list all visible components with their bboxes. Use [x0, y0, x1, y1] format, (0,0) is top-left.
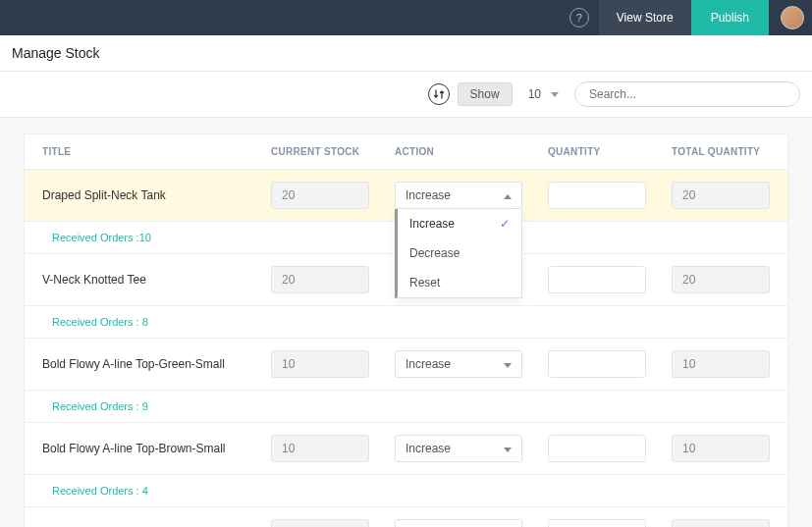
action-cell: Increase	[395, 519, 522, 527]
action-select-value: Increase	[406, 442, 451, 455]
page-title: Manage Stock	[12, 45, 800, 61]
col-action: ACTION	[395, 146, 522, 157]
current-stock-value: 10	[271, 519, 369, 527]
received-orders-row: Received Orders : 4	[25, 475, 787, 507]
chevron-down-icon	[504, 359, 512, 370]
total-quantity-value: 20	[672, 266, 770, 293]
action-option[interactable]: Decrease	[398, 238, 521, 268]
toolbar: Show 10	[0, 72, 812, 118]
action-option[interactable]: Reset	[398, 268, 521, 297]
chevron-down-icon	[551, 92, 559, 97]
received-orders-row: Received Orders : 9	[25, 391, 787, 423]
topbar: ? View Store Publish	[0, 0, 812, 35]
received-orders-row: Received Orders : 8	[25, 306, 787, 339]
table-row[interactable]: Bold Flowy A-line Top-Green-Small10Incre…	[25, 339, 787, 391]
received-orders-label: Received Orders : 4	[42, 485, 770, 497]
page-size-value: 10	[528, 87, 541, 101]
col-quantity: QUANTITY	[548, 146, 646, 157]
quantity-input[interactable]	[548, 182, 646, 209]
page-title-bar: Manage Stock	[0, 35, 812, 72]
row-title: Bold Flowy A-line Top-Green-Small	[42, 357, 245, 371]
row-title: V-Neck Knotted Tee	[42, 273, 245, 287]
chevron-up-icon	[504, 190, 512, 201]
quantity-input[interactable]	[548, 435, 646, 462]
action-select-value: Increase	[406, 188, 451, 202]
col-current-stock: CURRENT STOCK	[271, 146, 369, 157]
sort-icon[interactable]	[428, 83, 450, 105]
total-quantity-value: 20	[672, 182, 770, 209]
action-select-value: Increase	[406, 357, 451, 371]
table-row[interactable]: Bold Flowy A-line Top-Brown-Small10Incre…	[25, 423, 787, 475]
action-select[interactable]: Increase	[395, 519, 522, 527]
stock-table: TITLE CURRENT STOCK ACTION QUANTITY TOTA…	[24, 133, 788, 527]
current-stock-value: 10	[271, 350, 369, 378]
row-title: Draped Split-Neck Tank	[42, 188, 245, 202]
action-select[interactable]: Increase	[395, 182, 522, 209]
total-quantity-value: 10	[672, 519, 770, 527]
search-input[interactable]	[574, 81, 800, 107]
total-quantity-value: 10	[672, 350, 770, 378]
action-select[interactable]: Increase	[395, 435, 522, 462]
current-stock-value: 20	[271, 182, 369, 209]
search	[574, 81, 800, 107]
action-option-label: Reset	[409, 276, 440, 290]
table-header: TITLE CURRENT STOCK ACTION QUANTITY TOTA…	[25, 134, 787, 170]
quantity-input[interactable]	[548, 519, 646, 527]
action-cell: IncreaseIncrease✓DecreaseReset	[395, 182, 522, 209]
view-store-button[interactable]: View Store	[599, 0, 691, 35]
received-orders-label: Received Orders : 8	[42, 316, 770, 328]
page-size-select[interactable]: 10	[520, 83, 567, 105]
table-row[interactable]: Draped Split-Neck Tank20IncreaseIncrease…	[25, 170, 787, 222]
col-title: TITLE	[42, 146, 245, 157]
show-button[interactable]: Show	[458, 82, 513, 106]
action-dropdown: Increase✓DecreaseReset	[395, 209, 522, 298]
total-quantity-value: 10	[672, 435, 770, 462]
action-cell: Increase	[395, 350, 522, 378]
col-total-quantity: TOTAL QUANTITY	[672, 146, 770, 157]
received-orders-label: Received Orders : 9	[42, 400, 770, 412]
table-row[interactable]: Bold Flowy A-line Top-Blue-Large10Increa…	[25, 507, 787, 527]
action-option[interactable]: Increase✓	[398, 209, 521, 238]
action-cell: Increase	[395, 435, 522, 462]
action-option-label: Decrease	[409, 246, 460, 260]
current-stock-value: 20	[271, 266, 369, 293]
current-stock-value: 10	[271, 435, 369, 462]
quantity-input[interactable]	[548, 350, 646, 378]
action-select[interactable]: Increase	[395, 350, 522, 378]
avatar[interactable]	[781, 6, 804, 29]
chevron-down-icon	[504, 444, 512, 454]
publish-button[interactable]: Publish	[691, 0, 769, 35]
action-option-label: Increase	[409, 217, 455, 231]
quantity-input[interactable]	[548, 266, 646, 293]
check-icon: ✓	[500, 217, 510, 231]
content: TITLE CURRENT STOCK ACTION QUANTITY TOTA…	[0, 118, 812, 527]
help-icon[interactable]: ?	[569, 8, 589, 27]
row-title: Bold Flowy A-line Top-Brown-Small	[42, 442, 245, 455]
